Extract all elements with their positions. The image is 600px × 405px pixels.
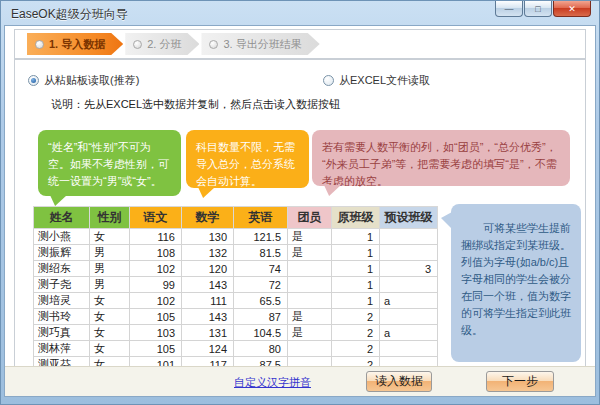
table-cell: 女	[90, 325, 130, 341]
wizard-step-divide[interactable]: 2. 分班	[125, 33, 199, 55]
table-cell	[288, 341, 332, 357]
wizard-step-label: 2. 分班	[147, 37, 181, 52]
table-cell: 测小燕	[34, 229, 90, 245]
table-cell: 108	[130, 245, 182, 261]
wizard-step-export[interactable]: 3. 导出分班结果	[201, 33, 319, 55]
column-header: 原班级	[332, 207, 380, 229]
table-cell: 74	[234, 261, 288, 277]
table-header-row: 姓名性别语文数学英语团员原班级预设班级	[34, 207, 438, 229]
wizard-step-label: 3. 导出分班结果	[223, 37, 301, 52]
radio-read-from-excel[interactable]: 从EXCEL文件读取	[323, 73, 430, 88]
next-step-button[interactable]: 下一步	[486, 371, 554, 392]
column-header: 英语	[234, 207, 288, 229]
radio-read-from-clipboard[interactable]: 从粘贴板读取(推荐)	[28, 73, 139, 88]
table-cell: 81.5	[234, 245, 288, 261]
titlebar: EaseOK超级分班向导 — □ ✕	[1, 1, 599, 25]
close-icon[interactable]: ✕	[553, 1, 591, 17]
table-row: 测林萍女105124802	[34, 341, 438, 357]
table-row: 测子尧男99143721	[34, 277, 438, 293]
table-cell: 72	[234, 277, 288, 293]
table-cell: 是	[288, 245, 332, 261]
table-cell: 是	[288, 309, 332, 325]
table-cell: 105	[130, 309, 182, 325]
table-row: 测振辉男10813281.5是1	[34, 245, 438, 261]
table-row: 测培灵女10211165.51a	[34, 293, 438, 309]
table-cell: 测书玲	[34, 309, 90, 325]
table-cell: 143	[182, 309, 234, 325]
callout-subjects: 科目数量不限，无需导入总分，总分系统会自动计算。	[186, 130, 309, 188]
table-body: 测小燕女116130121.5是1测振辉男10813281.5是1测绍东男102…	[34, 229, 438, 373]
table-cell: 是	[288, 325, 332, 341]
table-cell	[380, 309, 438, 325]
table-cell: 102	[130, 293, 182, 309]
table-cell: 130	[182, 229, 234, 245]
table-cell	[380, 277, 438, 293]
table-cell: 87	[234, 309, 288, 325]
table-cell: 女	[90, 229, 130, 245]
table-cell: 测培灵	[34, 293, 90, 309]
table-cell	[288, 293, 332, 309]
column-header: 语文	[130, 207, 182, 229]
table-cell: 143	[182, 277, 234, 293]
table-cell: 2	[332, 309, 380, 325]
table-cell: 1	[332, 277, 380, 293]
wizard-step-label: 1. 导入数据	[49, 37, 105, 52]
table-cell: 131	[182, 325, 234, 341]
callout-text: “姓名”和“性别”不可为空。如果不考虑性别，可统一设置为“男”或“女”。	[48, 141, 169, 187]
wizard-step-import[interactable]: 1. 导入数据	[27, 33, 123, 55]
import-panel: 从粘贴板读取(推荐) 从EXCEL文件读取 说明：先从EXCEL选中数据并复制，…	[14, 59, 586, 370]
table-cell	[288, 277, 332, 293]
dialog-body: 1. 导入数据 2. 分班 3. 导出分班结果 从粘贴板读取(推荐) 从EXCE…	[4, 25, 596, 397]
instruction-text: 说明：先从EXCEL选中数据并复制，然后点击读入数据按钮	[51, 97, 340, 112]
minimize-icon[interactable]: —	[495, 1, 523, 17]
table-row: 测小燕女116130121.5是1	[34, 229, 438, 245]
table-cell: 120	[182, 261, 234, 277]
radio-selected-icon[interactable]	[28, 75, 39, 86]
table-cell: 99	[130, 277, 182, 293]
radio-label[interactable]: 从EXCEL文件读取	[339, 73, 430, 88]
table-cell: 102	[130, 261, 182, 277]
callout-name-gender: “姓名”和“性别”不可为空。如果不考虑性别，可统一设置为“男”或“女”。	[38, 130, 181, 196]
table-cell: 是	[288, 229, 332, 245]
column-header: 性别	[90, 207, 130, 229]
table-cell: 103	[130, 325, 182, 341]
radio-label[interactable]: 从粘贴板读取(推荐)	[44, 73, 139, 88]
table-cell: a	[380, 293, 438, 309]
step-indicator-dot	[133, 40, 142, 49]
data-table: 姓名性别语文数学英语团员原班级预设班级 测小燕女116130121.5是1测振辉…	[33, 206, 438, 373]
maximize-icon[interactable]: □	[524, 1, 552, 17]
table-cell: 2	[332, 325, 380, 341]
table-cell: 测绍东	[34, 261, 90, 277]
table-cell: 测林萍	[34, 341, 90, 357]
table-cell: 121.5	[234, 229, 288, 245]
table-cell: 1	[332, 229, 380, 245]
footer-bar: 自定义汉字拼音 读入数据 下一步	[5, 366, 595, 396]
table-row: 测巧真女103131104.5是2a	[34, 325, 438, 341]
step-indicator-dot	[209, 40, 218, 49]
read-data-button[interactable]: 读入数据	[366, 371, 432, 392]
table-cell: 测振辉	[34, 245, 90, 261]
table-cell: 2	[332, 341, 380, 357]
table-cell: 男	[90, 245, 130, 261]
table-cell: 3	[380, 261, 438, 277]
radio-unselected-icon[interactable]	[323, 75, 334, 86]
callout-tail	[50, 195, 67, 206]
table-row: 测书玲女10514387是2	[34, 309, 438, 325]
table-cell	[380, 341, 438, 357]
table-cell: 116	[130, 229, 182, 245]
table-cell: 男	[90, 277, 130, 293]
table-cell: a	[380, 325, 438, 341]
table-cell: 80	[234, 341, 288, 357]
table-cell: 1	[332, 245, 380, 261]
table-cell: 124	[182, 341, 234, 357]
window-title: EaseOK超级分班向导	[11, 7, 128, 21]
table-cell: 男	[90, 261, 130, 277]
callout-balance-columns: 若有需要人数平衡的列，如“团员”，“总分优秀”，“外来员工子弟”等，把需要考虑的…	[312, 130, 570, 186]
table-cell	[288, 261, 332, 277]
table-cell: 女	[90, 309, 130, 325]
table-cell: 测巧真	[34, 325, 90, 341]
column-header: 数学	[182, 207, 234, 229]
callout-text: 若有需要人数平衡的列，如“团员”，“总分优秀”，“外来员工子弟”等，把需要考虑的…	[322, 141, 557, 187]
custom-pinyin-link[interactable]: 自定义汉字拼音	[234, 375, 311, 390]
callout-tail	[324, 185, 341, 196]
